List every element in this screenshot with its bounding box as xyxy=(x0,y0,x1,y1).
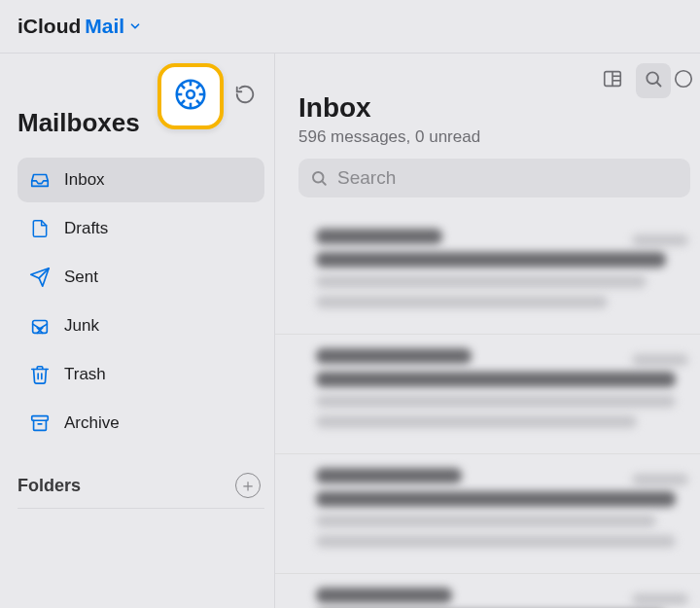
sent-icon xyxy=(29,267,51,288)
sidebar-item-junk[interactable]: Junk xyxy=(18,304,264,348)
layout-toggle-button[interactable] xyxy=(595,63,630,98)
blurred-preview xyxy=(316,395,676,408)
svg-point-1 xyxy=(187,90,194,98)
search-input[interactable] xyxy=(337,167,679,189)
blurred-sender xyxy=(316,348,472,364)
blurred-date xyxy=(632,474,688,485)
gear-icon xyxy=(172,76,209,117)
folders-section-header: Folders ＋ xyxy=(18,473,264,509)
sidebar-item-label: Junk xyxy=(64,316,99,336)
layout-icon xyxy=(602,68,623,93)
app-header: iCloud Mail xyxy=(0,0,700,53)
sidebar-item-label: Sent xyxy=(64,268,98,287)
blurred-date xyxy=(632,234,688,246)
search-icon xyxy=(644,69,663,92)
sidebar-item-inbox[interactable]: Inbox xyxy=(18,158,264,202)
search-icon xyxy=(310,169,328,187)
drafts-icon xyxy=(29,218,51,239)
filter-icon xyxy=(673,68,694,93)
sidebar-item-archive[interactable]: Archive xyxy=(18,401,264,446)
add-folder-button[interactable]: ＋ xyxy=(235,473,261,498)
folders-label: Folders xyxy=(18,476,81,496)
message-item[interactable] xyxy=(275,454,700,574)
filter-button-partial[interactable] xyxy=(677,63,690,98)
message-list xyxy=(275,215,700,608)
blurred-preview xyxy=(316,535,676,548)
blurred-preview xyxy=(316,415,637,428)
blurred-preview xyxy=(316,275,647,288)
blurred-sender xyxy=(316,588,452,603)
blurred-sender xyxy=(316,468,462,483)
inbox-subtitle: 596 messages, 0 unread xyxy=(298,127,700,147)
blurred-preview xyxy=(316,515,656,527)
mailbox-list: Inbox Drafts Sent Junk xyxy=(18,158,264,446)
inbox-icon xyxy=(29,169,51,191)
blurred-subject xyxy=(316,252,666,268)
message-item[interactable] xyxy=(275,215,700,335)
archive-icon xyxy=(29,412,51,434)
svg-line-9 xyxy=(196,85,200,89)
search-toggle-button[interactable] xyxy=(636,63,671,98)
svg-line-6 xyxy=(181,85,185,89)
blurred-subject xyxy=(316,372,676,387)
blurred-date xyxy=(632,593,688,605)
blurred-date xyxy=(632,354,688,366)
search-field[interactable] xyxy=(298,159,690,197)
sidebar-item-trash[interactable]: Trash xyxy=(18,352,264,397)
sidebar-item-label: Drafts xyxy=(64,219,108,238)
plus-icon: ＋ xyxy=(239,474,257,497)
sidebar-item-label: Inbox xyxy=(64,170,105,190)
svg-line-25 xyxy=(322,181,325,184)
svg-line-7 xyxy=(196,100,200,104)
svg-line-8 xyxy=(181,100,185,104)
sidebar-item-label: Archive xyxy=(64,413,120,433)
blurred-sender xyxy=(316,229,442,244)
sidebar-item-sent[interactable]: Sent xyxy=(18,255,264,300)
sidebar-item-drafts[interactable]: Drafts xyxy=(18,206,264,251)
blurred-subject xyxy=(316,491,676,507)
sidebar-item-label: Trash xyxy=(64,365,106,384)
trash-icon xyxy=(29,364,51,385)
sidebar: Mailboxes Inbox Drafts Sent xyxy=(0,53,275,608)
blurred-preview xyxy=(316,296,608,308)
brand-product-dropdown[interactable]: Mail xyxy=(85,15,142,38)
message-pane: Inbox 596 messages, 0 unread xyxy=(275,53,700,608)
message-item[interactable] xyxy=(275,335,700,454)
brand-prefix: iCloud xyxy=(18,15,81,38)
svg-rect-15 xyxy=(32,416,49,421)
message-item[interactable] xyxy=(275,574,700,608)
refresh-button[interactable] xyxy=(229,81,261,112)
refresh-icon xyxy=(234,84,256,109)
brand-product-label: Mail xyxy=(85,15,124,38)
svg-point-23 xyxy=(676,71,692,88)
junk-icon xyxy=(29,315,51,337)
svg-line-22 xyxy=(657,83,661,87)
chevron-down-icon xyxy=(128,19,142,33)
settings-button[interactable] xyxy=(158,63,224,129)
